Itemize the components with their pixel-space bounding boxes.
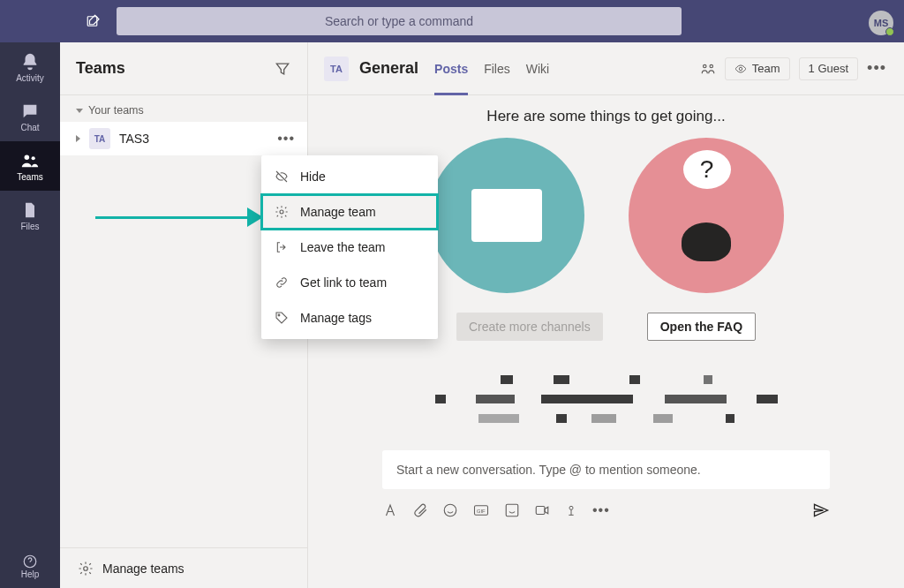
filter-icon[interactable] <box>274 60 291 78</box>
team-name: TAS3 <box>119 132 149 146</box>
channel-avatar: TA <box>324 57 349 81</box>
ctx-manage-tags[interactable]: Manage tags <box>261 300 438 335</box>
channel-name: General <box>359 59 418 78</box>
annotation-arrow <box>95 207 263 229</box>
hide-icon <box>274 169 290 185</box>
svg-point-1 <box>25 155 29 160</box>
avatar-initials: MS <box>874 18 889 28</box>
team-more-icon[interactable]: ••• <box>277 131 295 147</box>
caret-down-icon <box>76 109 83 113</box>
titlebar: Search or type a command MS <box>0 0 904 42</box>
avatar[interactable]: MS <box>869 11 893 35</box>
svg-text:GIF: GIF <box>477 509 486 514</box>
svg-point-4 <box>84 566 88 570</box>
rail-activity[interactable]: Activity <box>0 42 60 92</box>
svg-point-6 <box>278 314 280 316</box>
org-icon[interactable] <box>700 61 716 77</box>
send-icon[interactable] <box>812 501 830 519</box>
rail-label: Activity <box>16 73 44 83</box>
ctx-get-link[interactable]: Get link to team <box>261 265 438 300</box>
team-avatar: TA <box>89 128 110 149</box>
gear-icon <box>274 204 290 220</box>
create-channels-button[interactable]: Create more channels <box>456 313 603 341</box>
ctx-hide[interactable]: Hide <box>261 159 438 194</box>
rail-help[interactable]: Help <box>0 544 60 588</box>
manage-teams-label: Manage teams <box>102 562 185 576</box>
rail-help-label: Help <box>21 569 40 579</box>
ctx-label: Hide <box>300 170 326 184</box>
ctx-manage-team[interactable]: Manage team <box>261 194 438 230</box>
manage-teams-button[interactable]: Manage teams <box>60 547 307 588</box>
channel-tabs: Posts Files Wiki <box>434 42 549 95</box>
redacted-content <box>343 357 869 441</box>
group-label-text: Your teams <box>88 104 144 117</box>
search-input[interactable]: Search or type a command <box>117 7 682 35</box>
panel-header: Teams <box>60 42 307 95</box>
link-icon <box>274 275 290 290</box>
attach-icon[interactable] <box>412 502 428 518</box>
svg-point-5 <box>280 210 283 214</box>
gear-icon <box>78 561 94 577</box>
getting-started-hint: Here are some things to get going... <box>308 95 904 129</box>
rail-label: Chat <box>20 123 39 132</box>
caret-right-icon <box>76 135 80 142</box>
rail-teams[interactable]: Teams <box>0 141 60 191</box>
svg-point-10 <box>444 504 456 516</box>
svg-rect-14 <box>536 507 545 515</box>
open-faq-button[interactable]: Open the FAQ <box>647 313 756 341</box>
meet-icon[interactable] <box>534 502 550 518</box>
app-rail: Activity Chat Teams Files Help <box>0 42 60 588</box>
visibility-pill[interactable]: Team <box>725 57 790 80</box>
visibility-label: Team <box>752 62 780 75</box>
presence-badge <box>885 27 894 36</box>
team-context-menu: Hide Manage team Leave the team Get link… <box>261 155 438 339</box>
channel-more-icon[interactable]: ••• <box>867 59 886 78</box>
tag-icon <box>274 310 290 326</box>
ctx-leave-team[interactable]: Leave the team <box>261 230 438 265</box>
compose-more-icon[interactable]: ••• <box>592 502 610 518</box>
channel-header: TA General Posts Files Wiki Team 1 Guest… <box>308 42 904 95</box>
rail-files[interactable]: Files <box>0 191 60 240</box>
ctx-label: Leave the team <box>300 240 386 254</box>
rail-label: Teams <box>17 172 42 182</box>
tab-wiki[interactable]: Wiki <box>526 42 549 95</box>
rail-chat[interactable]: Chat <box>0 92 60 141</box>
sticker-icon[interactable] <box>504 502 520 518</box>
eye-icon <box>734 63 747 75</box>
team-row-tas3[interactable]: TA TAS3 ••• <box>60 122 307 155</box>
panel-title: Teams <box>76 59 125 78</box>
tab-posts[interactable]: Posts <box>434 42 468 95</box>
ctx-label: Manage team <box>300 205 376 219</box>
stream-icon[interactable] <box>564 502 578 518</box>
svg-point-8 <box>710 64 712 67</box>
compose-icon[interactable] <box>85 12 102 30</box>
tab-files[interactable]: Files <box>484 42 510 95</box>
leave-icon <box>274 239 290 255</box>
svg-point-7 <box>703 64 705 67</box>
rail-label: Files <box>20 222 39 231</box>
guest-pill[interactable]: 1 Guest <box>799 57 859 80</box>
teams-group-label[interactable]: Your teams <box>60 95 307 122</box>
format-icon[interactable] <box>382 502 398 518</box>
svg-rect-13 <box>506 504 518 516</box>
compose-input[interactable]: Start a new conversation. Type @ to ment… <box>382 450 830 489</box>
gif-icon[interactable]: GIF <box>472 502 490 518</box>
emoji-icon[interactable] <box>442 502 458 518</box>
compose-toolbar: GIF ••• <box>382 496 830 524</box>
svg-point-2 <box>32 156 35 160</box>
svg-point-9 <box>739 67 742 71</box>
ctx-label: Get link to team <box>300 275 387 290</box>
svg-point-15 <box>569 506 573 509</box>
card-illustration-channels <box>429 138 584 293</box>
ctx-label: Manage tags <box>300 311 372 325</box>
card-illustration-faq <box>629 138 784 293</box>
